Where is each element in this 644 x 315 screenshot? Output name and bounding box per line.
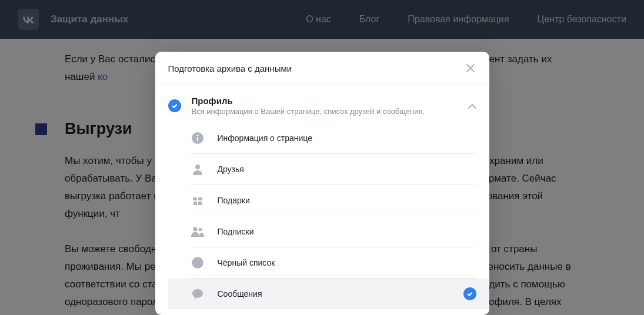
- category-text: Профиль Вся информация о Вашей странице,…: [192, 96, 468, 116]
- svg-point-8: [193, 227, 197, 232]
- item-label: Друзья: [218, 165, 244, 174]
- item-blacklist[interactable]: Чёрный список: [191, 247, 476, 279]
- svg-rect-1: [197, 138, 198, 142]
- info-icon: [191, 131, 205, 145]
- item-page-info[interactable]: Информация о странице: [191, 123, 476, 154]
- svg-rect-5: [198, 197, 202, 200]
- chevron-up-icon: [468, 100, 476, 111]
- check-icon: [168, 99, 181, 112]
- group-icon: [191, 224, 205, 239]
- svg-point-9: [198, 228, 202, 232]
- archive-modal: Подготовка архива с данными Профиль Вся …: [155, 52, 489, 315]
- item-selected-check: [463, 287, 476, 300]
- modal-overlay[interactable]: Подготовка архива с данными Профиль Вся …: [0, 0, 644, 315]
- item-label: Подписки: [218, 227, 254, 236]
- gift-icon: [191, 193, 205, 207]
- block-icon: [191, 256, 205, 270]
- svg-point-3: [195, 165, 200, 169]
- category-name: Профиль: [192, 96, 468, 106]
- item-label: Чёрный список: [218, 258, 275, 267]
- item-messages[interactable]: Сообщения: [168, 279, 489, 309]
- user-icon: [191, 162, 205, 176]
- close-icon: [466, 64, 475, 72]
- svg-rect-4: [193, 197, 197, 200]
- modal-title: Подготовка архива с данными: [168, 63, 292, 73]
- item-gifts[interactable]: Подарки: [191, 185, 476, 216]
- item-list: Информация о странице Друзья Подарки: [155, 123, 489, 315]
- modal-body: Профиль Вся информация о Вашей странице,…: [155, 85, 489, 315]
- check-icon: [463, 287, 476, 300]
- item-label: Сообщения: [218, 289, 262, 299]
- item-friends[interactable]: Друзья: [191, 154, 476, 185]
- category-desc: Вся информация о Вашей странице, список …: [192, 107, 468, 116]
- item-subscriptions[interactable]: Подписки: [191, 216, 476, 247]
- message-icon: [191, 287, 205, 301]
- category-profile[interactable]: Профиль Вся информация о Вашей странице,…: [155, 85, 489, 123]
- close-button[interactable]: [465, 62, 476, 74]
- svg-point-2: [196, 135, 198, 136]
- modal-header: Подготовка архива с данными: [155, 52, 489, 85]
- item-label: Подарки: [218, 196, 250, 205]
- item-label: Информация о странице: [218, 133, 312, 143]
- svg-rect-7: [198, 202, 202, 205]
- svg-rect-6: [193, 202, 197, 205]
